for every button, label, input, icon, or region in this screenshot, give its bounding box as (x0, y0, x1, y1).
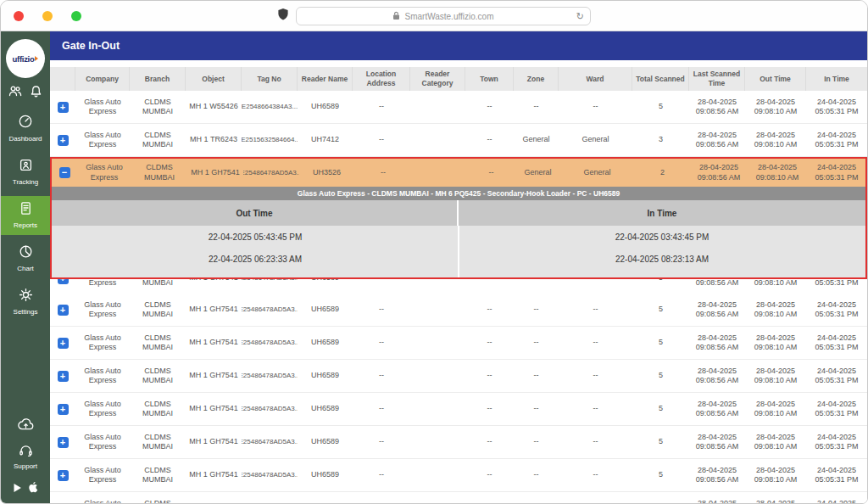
cell-object: MH 1 GH7541 (186, 360, 242, 392)
uffizio-logo: uffizio (6, 39, 45, 78)
cell-category (410, 426, 465, 458)
refresh-icon[interactable]: ↻ (576, 11, 584, 22)
cell-company: Glass Auto Express (75, 279, 130, 294)
expand-cell: + (50, 327, 75, 359)
cell-last_scanned: 28-04-2025 09:08:56 AM (689, 492, 745, 503)
collapse-row-button[interactable]: − (59, 167, 70, 178)
url-bar[interactable]: SmartWaste.uffizio.com ↻ (296, 7, 591, 25)
cloud-upload-icon[interactable] (18, 418, 34, 434)
sidebar-item-label: Chart (17, 265, 34, 272)
gate-in-out-table: CompanyBranchObjectTag NoReader NameLoca… (50, 67, 867, 503)
cell-category (410, 124, 465, 156)
cell-category (410, 91, 465, 123)
expand-row-button[interactable]: + (58, 503, 69, 504)
cell-town: -- (465, 492, 514, 503)
bell-icon[interactable] (30, 85, 42, 102)
cell-out_time: 28-04-2025 09:08:10 AM (745, 459, 806, 491)
expand-cell: + (50, 124, 75, 156)
cell-out_time: 28-04-2025 09:08:10 AM (745, 124, 806, 156)
cell-town: -- (465, 393, 514, 425)
cell-company: Glass Auto Express (75, 426, 130, 458)
detail-cell: 22-04-2025 03:43:45 PM (459, 226, 865, 248)
cell-last_scanned: 28-04-2025 09:08:56 AM (689, 393, 745, 425)
cell-tag: E25486478AD5A3... (242, 426, 298, 458)
expand-row-button[interactable]: + (58, 305, 69, 316)
main-content: Gate In-Out CompanyBranchObjectTag NoRea… (50, 31, 867, 503)
sidebar-item-support[interactable]: Support (1, 439, 50, 476)
cell-out_time: 28-04-2025 09:08:10 AM (745, 426, 806, 458)
cell-company: Glass Auto Express (75, 294, 130, 326)
detail-header: Out TimeIn Time (52, 200, 865, 226)
store-icons (13, 481, 38, 496)
cell-zone: -- (514, 327, 559, 359)
cell-total: 5 (632, 459, 689, 491)
cell-company: Glass Auto Express (75, 459, 130, 491)
sidebar-item-dashboard[interactable]: Dashboard (1, 109, 50, 148)
cell-tag: E25486478AD5A3... (242, 393, 298, 425)
cell-reader: UH3526 (299, 159, 354, 187)
cell-in_time: 24-04-2025 05:05:31 PM (806, 91, 867, 123)
cell-category (410, 279, 465, 294)
cell-out_time: 28-04-2025 09:08:10 AM (747, 159, 808, 187)
cell-category (412, 159, 467, 187)
expand-cell: + (50, 279, 75, 294)
cell-zone: -- (514, 360, 559, 392)
cell-zone: General (514, 124, 559, 156)
google-play-icon[interactable] (13, 481, 22, 496)
cell-object: MH 1 GH7541 (186, 492, 242, 503)
expand-row-button[interactable]: + (58, 371, 69, 382)
browser-chrome: SmartWaste.uffizio.com ↻ (1, 1, 867, 31)
cell-branch: CLDMS MUMBAI (130, 279, 186, 294)
cell-ward: -- (559, 426, 632, 458)
sidebar-item-tracking[interactable]: Tracking (1, 153, 50, 192)
cell-object: MH 1 GH7541 (186, 393, 242, 425)
cell-last_scanned: 28-04-2025 09:08:56 AM (689, 426, 745, 458)
cell-in_time: 24-04-2025 05:05:31 PM (806, 124, 867, 156)
expand-row-button[interactable]: + (58, 338, 69, 349)
table-row: +Glass Auto ExpressCLDMS MUMBAIMH 1 GH75… (50, 294, 867, 327)
sidebar-item-label: Settings (14, 308, 38, 316)
expand-cell: + (50, 91, 75, 123)
cell-in_time: 24-04-2025 05:05:31 PM (806, 327, 867, 359)
close-window-button[interactable] (14, 11, 24, 21)
cell-town: -- (467, 159, 515, 187)
sidebar-item-label: Reports (14, 221, 37, 229)
expand-row-button[interactable]: + (58, 135, 69, 146)
column-header-location-address: Location Address (353, 67, 410, 91)
cell-zone: -- (514, 459, 559, 491)
expand-row-button[interactable]: + (58, 279, 69, 284)
cell-ward: General (560, 159, 634, 187)
column-header-ward: Ward (559, 67, 632, 91)
expand-row-button[interactable]: + (58, 437, 69, 448)
sidebar-item-settings[interactable]: Settings (1, 283, 50, 322)
users-icon[interactable] (8, 85, 22, 102)
cell-tag: E25486478AD5A3... (242, 279, 298, 294)
cell-out_time: 28-04-2025 09:08:10 AM (745, 279, 806, 294)
cell-company: Glass Auto Express (77, 159, 131, 187)
headset-icon (19, 444, 33, 460)
cell-zone: -- (514, 294, 559, 326)
zoom-window-button[interactable] (71, 11, 81, 21)
expand-row-button[interactable]: + (58, 404, 69, 415)
table-row: +Glass Auto ExpressCLDMS MUMBAIMH 1 GH75… (50, 327, 867, 360)
cell-total: 5 (632, 360, 689, 392)
column-header-in-time: In Time (806, 67, 867, 91)
sidebar-item-label: Dashboard (8, 135, 42, 143)
detail-row: 22-04-2025 05:43:45 PM22-04-2025 03:43:4… (52, 226, 865, 248)
column-header-company: Company (75, 67, 130, 91)
cell-town: -- (465, 327, 514, 359)
expand-row-button[interactable]: + (58, 470, 69, 481)
cell-category (410, 360, 465, 392)
sidebar-item-chart[interactable]: Chart (1, 239, 50, 278)
cell-tag: E25486478AD5A3... (243, 159, 299, 187)
apple-icon[interactable] (28, 481, 38, 496)
partially-hidden-row: +Glass Auto ExpressCLDMS MUMBAIMH 1 GH75… (50, 279, 867, 294)
cell-out_time: 28-04-2025 09:08:10 AM (745, 393, 806, 425)
minimize-window-button[interactable] (42, 11, 53, 21)
cell-town: -- (465, 279, 514, 294)
expand-cell: + (50, 459, 75, 491)
expand-row-button[interactable]: + (58, 102, 69, 113)
sidebar-item-reports[interactable]: Reports (1, 196, 50, 235)
cell-object: MH 1 GH7541 (187, 159, 243, 187)
cell-location: -- (353, 91, 410, 123)
